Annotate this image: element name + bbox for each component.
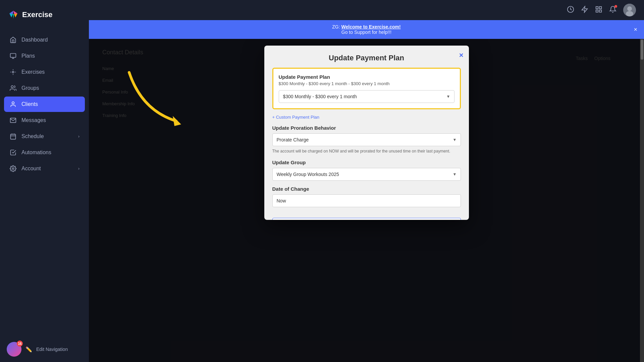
group-label: Update Group <box>272 160 461 165</box>
notification-badge: 16 <box>17 341 23 347</box>
modal-header: Update Payment Plan × <box>264 46 469 68</box>
proration-select-wrapper: Prorate Charge ▼ <box>272 133 461 146</box>
group-select[interactable]: Weekly Group Workouts 2025 <box>272 168 461 181</box>
svg-rect-18 <box>599 6 601 8</box>
notification-dot <box>614 5 617 8</box>
banner-prefix: ZG: <box>332 24 340 29</box>
payment-plan-section: Update Payment Plan $300 Monthly - $300 … <box>272 68 461 109</box>
page-content: Contact Details Name Email Personal Info… <box>89 39 644 362</box>
sidebar-item-messages[interactable]: Messages <box>4 113 85 128</box>
payment-plan-select[interactable]: $300 Monthly - $300 every 1 month <box>279 90 454 103</box>
svg-marker-16 <box>582 6 588 12</box>
svg-point-9 <box>12 102 14 104</box>
modal-backdrop: Update Payment Plan × Update Payment Pla… <box>89 39 644 362</box>
svg-marker-5 <box>13 14 14 19</box>
date-input[interactable] <box>272 194 461 207</box>
payment-plan-select-wrapper: $300 Monthly - $300 every 1 month ▼ <box>279 90 454 103</box>
modal-close-button[interactable]: × <box>459 51 464 60</box>
svg-rect-20 <box>599 10 601 12</box>
proration-label: Update Proration Behavior <box>272 125 461 131</box>
svg-marker-4 <box>14 13 17 17</box>
sidebar-item-exercises[interactable]: Exercises <box>4 64 85 80</box>
proration-hint: The account will be charged on NOW and w… <box>272 148 461 154</box>
bell-icon[interactable] <box>609 6 616 15</box>
group-section: Update Group Weekly Group Workouts 2025 … <box>272 160 461 181</box>
sidebar-item-dashboard[interactable]: Dashboard <box>4 32 85 48</box>
sidebar-item-account[interactable]: Account › <box>4 161 85 176</box>
sidebar-label-clients: Clients <box>21 101 38 107</box>
logo: Exercise <box>0 0 89 29</box>
main-content: ZG: Welcome to Exercise.com! Go to Suppo… <box>89 0 644 362</box>
scrollbar[interactable] <box>640 39 644 362</box>
banner-highlight: Welcome to Exercise.com! <box>341 24 401 29</box>
announcement-banner: ZG: Welcome to Exercise.com! Go to Suppo… <box>89 20 644 39</box>
grid-icon[interactable] <box>595 6 602 15</box>
svg-point-23 <box>626 11 633 16</box>
sidebar-label-automations: Automations <box>21 149 51 156</box>
banner-close-button[interactable]: × <box>634 26 637 33</box>
svg-point-22 <box>627 6 632 11</box>
svg-point-7 <box>12 71 14 73</box>
sidebar-label-exercises: Exercises <box>21 69 45 75</box>
plans-icon <box>9 52 17 60</box>
sidebar: Exercise Dashboard Plans Exercises Group… <box>0 0 89 362</box>
update-payment-plan-modal: Update Payment Plan × Update Payment Pla… <box>264 46 469 220</box>
lightning-icon[interactable] <box>581 6 588 15</box>
sidebar-label-messages: Messages <box>21 117 46 123</box>
svg-point-8 <box>11 86 13 88</box>
group-select-wrapper: Weekly Group Workouts 2025 ▼ <box>272 168 461 181</box>
update-payment-plan-button[interactable]: Update Payment Plan <box>272 218 461 220</box>
modal-title: Update Payment Plan <box>329 54 404 62</box>
banner-suffix: Go to Support for help!!! <box>341 29 391 35</box>
date-label: Date of Change <box>272 186 461 192</box>
edit-navigation-label[interactable]: Edit Navigation <box>36 347 68 352</box>
svg-rect-19 <box>596 10 598 12</box>
payment-plan-subtitle: $300 Monthly - $300 every 1 month - $300… <box>279 81 454 86</box>
schedule-arrow-icon: › <box>78 134 79 139</box>
payment-plan-title: Update Payment Plan <box>279 74 454 80</box>
date-section: Date of Change <box>272 186 461 207</box>
groups-icon <box>9 84 17 92</box>
sidebar-item-schedule[interactable]: Schedule › <box>4 129 85 144</box>
sidebar-item-plans[interactable]: Plans <box>4 48 85 64</box>
svg-rect-10 <box>11 134 16 139</box>
automations-icon <box>9 149 17 156</box>
schedule-icon <box>9 133 17 140</box>
custom-payment-plan-link[interactable]: Custom Payment Plan <box>272 115 461 120</box>
sidebar-label-schedule: Schedule <box>21 133 44 139</box>
sidebar-item-groups[interactable]: Groups <box>4 80 85 96</box>
modal-body: Update Payment Plan $300 Monthly - $300 … <box>264 68 469 220</box>
sidebar-label-plans: Plans <box>21 53 35 59</box>
home-icon <box>9 36 17 44</box>
sidebar-label-account: Account <box>21 166 41 172</box>
svg-marker-3 <box>9 13 13 17</box>
exercises-icon <box>9 68 17 76</box>
sidebar-item-automations[interactable]: Automations <box>4 145 85 160</box>
messages-icon <box>9 117 17 124</box>
sidebar-label-groups: Groups <box>21 85 39 91</box>
clients-icon <box>9 101 17 108</box>
sidebar-label-dashboard: Dashboard <box>21 37 48 43</box>
topbar <box>89 0 644 20</box>
proration-section: Update Proration Behavior Prorate Charge… <box>272 125 461 154</box>
proration-select[interactable]: Prorate Charge <box>272 133 461 146</box>
account-arrow-icon: › <box>78 166 79 171</box>
edit-nav-icon: ✏️ <box>25 346 32 353</box>
app-name: Exercise <box>22 10 53 19</box>
account-icon <box>9 165 17 172</box>
svg-rect-6 <box>10 54 16 58</box>
scrollbar-thumb <box>641 40 643 60</box>
user-profile-avatar[interactable] <box>623 4 636 16</box>
sidebar-item-clients[interactable]: Clients <box>4 97 85 112</box>
clock-icon[interactable] <box>567 6 574 15</box>
user-avatar: 16 <box>7 342 21 357</box>
sidebar-nav: Dashboard Plans Exercises Groups Clients <box>0 29 89 337</box>
svg-point-14 <box>12 168 14 170</box>
sidebar-bottom: 16 ✏️ Edit Navigation <box>0 337 89 362</box>
svg-rect-17 <box>596 6 598 8</box>
logo-icon <box>8 9 19 20</box>
